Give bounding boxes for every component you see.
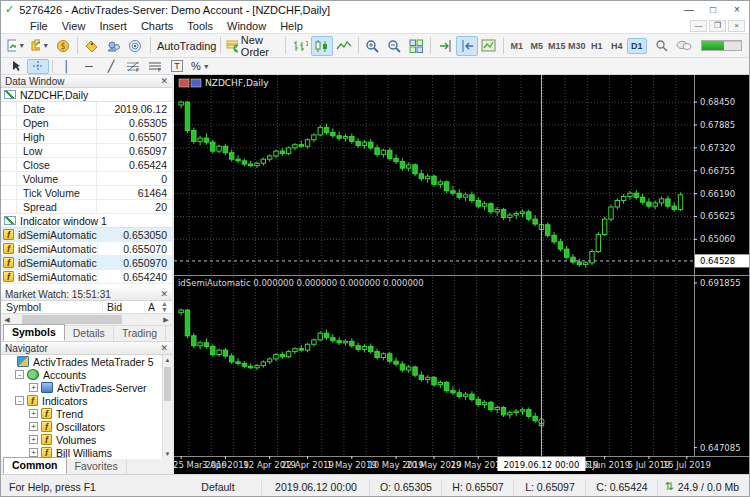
navigator-vscrollbar[interactable]: ▲ ▼: [162, 355, 172, 459]
indicator-row[interactable]: fidSemiAutomatic0.655070: [1, 242, 172, 256]
minimize-button[interactable]: —: [677, 2, 701, 17]
function-icon: f: [41, 421, 52, 432]
crosshair-tool-button[interactable]: [27, 59, 49, 74]
menu-window[interactable]: Window: [220, 20, 273, 32]
market-watch-icon: $: [56, 39, 71, 53]
maximize-button[interactable]: □: [701, 2, 725, 17]
fibonacci-tool-button[interactable]: F: [122, 59, 144, 74]
close-button[interactable]: ×: [725, 2, 749, 17]
trendline-tool-button[interactable]: ╱: [100, 59, 122, 74]
timeframe-d1-button[interactable]: D1: [627, 38, 647, 54]
symbol-search-button[interactable]: [651, 36, 673, 56]
profiles-button[interactable]: ▼: [28, 36, 52, 56]
column-symbol[interactable]: Symbol: [1, 301, 103, 313]
expander[interactable]: +: [29, 422, 38, 431]
scroll-down-icon[interactable]: ▼: [163, 449, 172, 459]
close-icon[interactable]: ✕: [160, 76, 168, 86]
tree-item-trend[interactable]: +fTrend: [1, 407, 172, 420]
community-chat-button[interactable]: [673, 36, 695, 56]
tab-common[interactable]: Common: [3, 457, 67, 474]
timeframe-m1-button[interactable]: M1: [507, 38, 527, 54]
chart-close-button[interactable]: ×: [728, 20, 745, 32]
tree-item-accounts[interactable]: -Accounts: [1, 368, 172, 381]
chart-area[interactable]: 0.684500.678850.673200.667550.661900.656…: [172, 75, 750, 474]
expander[interactable]: -: [15, 396, 24, 405]
indicator-row[interactable]: fidSemiAutomatic0.653050: [1, 228, 172, 242]
menu-help[interactable]: Help: [273, 20, 310, 32]
timeframe-m30-button[interactable]: M30: [567, 38, 587, 54]
tree-item-server[interactable]: +ActivTrades-Server: [1, 381, 172, 394]
tab-symbols[interactable]: Symbols: [3, 324, 65, 341]
data-window-header[interactable]: Data Window ✕: [1, 75, 172, 88]
expander[interactable]: +: [29, 435, 38, 444]
close-icon[interactable]: ✕: [160, 343, 168, 353]
scroll-up-icon[interactable]: ▲▼: [161, 301, 172, 313]
autotrading-button[interactable]: AutoTrading: [154, 36, 217, 56]
zoom-out-button[interactable]: [383, 36, 405, 56]
connection-progress-bar: [701, 40, 742, 51]
market-watch-hscrollbar[interactable]: ◀ ▶: [1, 314, 172, 326]
menu-insert[interactable]: Insert: [92, 20, 134, 32]
menu-file[interactable]: File: [23, 20, 55, 32]
scrollbar-thumb[interactable]: [22, 315, 122, 324]
close-icon[interactable]: ✕: [160, 289, 168, 299]
row-label: Date: [17, 103, 96, 115]
tile-windows-button[interactable]: [405, 36, 427, 56]
tree-item-volumes[interactable]: +fVolumes: [1, 433, 172, 446]
auto-scroll-button[interactable]: [434, 36, 456, 56]
arrows-tool-button[interactable]: % ▼: [188, 59, 213, 74]
column-bid[interactable]: Bid: [103, 301, 145, 313]
navigator-header[interactable]: Navigator ✕: [1, 342, 172, 355]
navigator-button[interactable]: [103, 36, 125, 56]
vertical-line-tool-button[interactable]: │: [56, 59, 78, 74]
cursor-tool-button[interactable]: [5, 59, 27, 74]
menu-view[interactable]: View: [55, 20, 93, 32]
timeframe-h1-button[interactable]: H1: [587, 38, 607, 54]
scroll-left-icon[interactable]: ◀: [1, 316, 13, 324]
data-window-button[interactable]: [81, 36, 103, 56]
market-watch-button[interactable]: $: [52, 36, 74, 56]
expander[interactable]: -: [15, 370, 24, 379]
zoom-in-button[interactable]: [361, 36, 383, 56]
bar-chart-button[interactable]: 1: [289, 36, 311, 56]
indicator-row[interactable]: fidSemiAutomatic0.654240: [1, 270, 172, 284]
market-watch-header[interactable]: Market Watch: 15:51:31 ✕: [1, 288, 172, 301]
new-chart-button[interactable]: ▼: [4, 36, 28, 56]
tree-item-indicators[interactable]: -fIndicators: [1, 394, 172, 407]
scroll-right-icon[interactable]: ▶: [160, 316, 172, 324]
candlestick-chart[interactable]: 0.684500.678850.673200.667550.661900.656…: [174, 75, 750, 474]
status-profile[interactable]: Default: [174, 479, 262, 495]
expander[interactable]: +: [29, 409, 38, 418]
tree-item-terminal[interactable]: ActivTrades MetaTrader 5: [1, 355, 172, 368]
timeframe-h4-button[interactable]: H4: [607, 38, 627, 54]
chart-templates-button[interactable]: [478, 36, 500, 56]
data-window-symbol-row[interactable]: NZDCHF,Daily: [1, 88, 172, 102]
tree-item-bill-williams[interactable]: +fBill Williams: [1, 446, 172, 459]
candlestick-chart-button[interactable]: [311, 36, 333, 56]
equidistant-channel-tool-button[interactable]: F: [144, 59, 166, 74]
indicator-row[interactable]: fidSemiAutomatic0.650970: [1, 256, 172, 270]
column-ask[interactable]: A: [145, 301, 161, 313]
menu-charts[interactable]: Charts: [134, 20, 180, 32]
chart-restore-button[interactable]: ❐: [709, 20, 726, 32]
timeframe-m5-button[interactable]: M5: [527, 38, 547, 54]
tab-details[interactable]: Details: [65, 326, 114, 341]
signals-button[interactable]: [125, 36, 147, 56]
chart-shift-button[interactable]: [456, 36, 478, 56]
expander[interactable]: +: [29, 448, 38, 457]
expander[interactable]: +: [29, 383, 38, 392]
tree-item-oscillators[interactable]: +fOscillators: [1, 420, 172, 433]
toolbar-separator: [52, 60, 53, 73]
menu-tools[interactable]: Tools: [180, 20, 220, 32]
scroll-up-icon[interactable]: ▲: [163, 355, 172, 365]
timeframe-m15-button[interactable]: M15: [547, 38, 567, 54]
chart-minimize-button[interactable]: —: [690, 20, 707, 32]
horizontal-line-tool-button[interactable]: ─: [78, 59, 100, 74]
tab-trading[interactable]: Trading: [114, 326, 166, 341]
line-chart-button[interactable]: [333, 36, 355, 56]
tab-favorites[interactable]: Favorites: [67, 459, 127, 474]
new-order-button[interactable]: New Order: [223, 36, 281, 56]
scrollbar-thumb[interactable]: [164, 367, 171, 401]
text-tool-button[interactable]: T: [166, 59, 188, 74]
row-value: 0: [96, 172, 172, 185]
